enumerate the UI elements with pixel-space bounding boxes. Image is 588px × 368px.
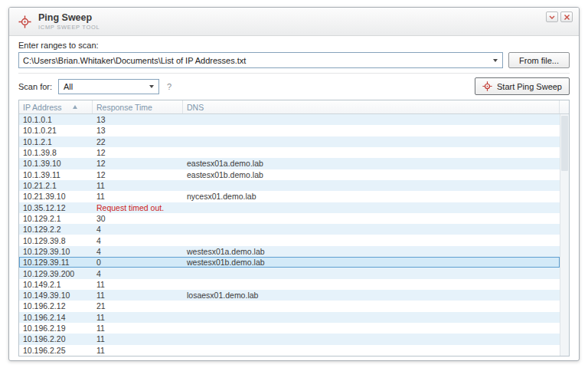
- close-button[interactable]: [560, 12, 573, 22]
- window-controls: [546, 12, 573, 22]
- cell-ip: 10.1.39.11: [19, 170, 93, 179]
- cell-rt: 11: [93, 324, 183, 333]
- cell-ip: 10.35.12.12: [19, 203, 93, 212]
- cell-rt: 11: [93, 291, 183, 300]
- cell-ip: 10.149.2.1: [19, 280, 93, 289]
- table-header: IP Address Response Time DNS: [19, 100, 569, 114]
- column-header-dns[interactable]: DNS: [183, 100, 560, 113]
- cell-rt: 12: [93, 148, 183, 157]
- results-table: IP Address Response Time DNS 10.1.0.1131…: [18, 100, 570, 356]
- cell-ip: 10.196.2.19: [19, 324, 93, 333]
- table-row[interactable]: 10.196.2.1221: [19, 301, 560, 311]
- table-row[interactable]: 10.21.39.1011nycesx01.demo.lab: [19, 191, 560, 202]
- ping-target-icon: [482, 81, 492, 91]
- cell-ip: 10.1.39.10: [19, 159, 93, 168]
- start-ping-sweep-button[interactable]: Start Ping Sweep: [475, 77, 570, 95]
- ranges-row: From file...: [18, 52, 570, 68]
- cell-rt: 13: [93, 126, 183, 135]
- cell-rt: 11: [93, 334, 183, 343]
- cell-ip: 10.129.2.2: [19, 225, 93, 234]
- cell-ip: 10.129.39.200: [19, 269, 93, 278]
- table-row[interactable]: 10.129.39.110westesx01b.demo.lab: [19, 257, 560, 268]
- cell-ip: 10.196.2.14: [19, 313, 93, 322]
- table-row[interactable]: 10.196.2.2011: [19, 334, 560, 344]
- chevron-down-icon[interactable]: [493, 59, 498, 62]
- table-row[interactable]: 10.1.0.2113: [19, 125, 560, 136]
- cell-dns: nycesx01.demo.lab: [183, 192, 560, 201]
- cell-rt: 11: [93, 313, 183, 322]
- cell-ip: 10.129.2.1: [19, 214, 93, 223]
- cell-rt: 11: [93, 280, 183, 289]
- table-row[interactable]: 10.1.2.122: [19, 136, 560, 147]
- ranges-combobox[interactable]: [18, 52, 503, 68]
- ping-target-icon: [18, 15, 31, 28]
- table-row[interactable]: 10.129.39.2004: [19, 268, 560, 278]
- table-row[interactable]: 10.149.2.111: [19, 279, 560, 290]
- table-row[interactable]: 10.196.2.1411: [19, 312, 560, 323]
- table-row[interactable]: 10.35.12.12Request timed out.: [19, 202, 560, 213]
- from-file-button[interactable]: From file...: [508, 52, 570, 68]
- table-row[interactable]: 10.1.39.1012eastesx01a.demo.lab: [19, 158, 560, 169]
- scrollbar-thumb[interactable]: [561, 116, 568, 171]
- table-row[interactable]: 10.1.39.1112eastesx01b.demo.lab: [19, 169, 560, 180]
- ping-sweep-window: Ping Sweep ICMP SWEEP TOOL Enter ranges …: [8, 7, 580, 361]
- cell-ip: 10.196.2.12: [19, 301, 93, 310]
- cell-rt: 12: [93, 159, 183, 168]
- cell-dns: losaesx01.demo.lab: [183, 291, 560, 300]
- table-row[interactable]: 10.1.39.812: [19, 147, 560, 158]
- table-row[interactable]: 10.1.0.113: [19, 114, 560, 125]
- column-header-ip-address[interactable]: IP Address: [19, 100, 93, 113]
- table-row[interactable]: 10.129.2.130: [19, 213, 560, 224]
- cell-ip: 10.21.2.1: [19, 181, 93, 190]
- cell-rt: 11: [93, 346, 183, 355]
- table-row[interactable]: 10.129.39.84: [19, 235, 560, 245]
- cell-rt: 11: [93, 192, 183, 201]
- cell-ip: 10.21.39.10: [19, 192, 93, 201]
- window-subtitle: ICMP SWEEP TOOL: [38, 24, 546, 31]
- cell-ip: 10.1.39.8: [19, 148, 93, 157]
- cell-ip: 10.129.39.10: [19, 247, 93, 256]
- scan-row: Scan for: All ? Start Ping Sweep: [18, 77, 570, 95]
- ranges-label: Enter ranges to scan:: [18, 41, 570, 50]
- help-icon[interactable]: ?: [167, 82, 172, 91]
- cell-ip: 10.149.39.10: [19, 291, 93, 300]
- cell-dns: westesx01a.demo.lab: [183, 247, 560, 256]
- scan-for-label: Scan for:: [18, 82, 52, 91]
- vertical-scrollbar[interactable]: [560, 114, 569, 356]
- chevron-down-icon: [548, 14, 556, 21]
- column-label: IP Address: [23, 103, 62, 112]
- cell-ip: 10.1.0.21: [19, 126, 93, 135]
- title-bar: Ping Sweep ICMP SWEEP TOOL: [9, 8, 579, 36]
- table-row[interactable]: 10.21.2.111: [19, 180, 560, 191]
- cell-ip: 10.196.2.20: [19, 334, 93, 343]
- cell-ip: 10.196.2.25: [19, 346, 93, 355]
- cell-ip: 10.129.39.8: [19, 236, 93, 245]
- table-row[interactable]: 10.129.2.24: [19, 224, 560, 235]
- divider: [18, 73, 570, 74]
- cell-rt: 4: [93, 225, 183, 234]
- cell-rt: 30: [93, 214, 183, 223]
- table-row[interactable]: 10.129.39.104westesx01a.demo.lab: [19, 246, 560, 257]
- column-header-response-time[interactable]: Response Time: [93, 100, 183, 113]
- table-body-wrap: 10.1.0.11310.1.0.211310.1.2.12210.1.39.8…: [19, 114, 569, 356]
- cell-rt: 22: [93, 137, 183, 146]
- table-row[interactable]: 10.149.39.1011losaesx01.demo.lab: [19, 290, 560, 301]
- table-row[interactable]: 10.196.2.1911: [19, 323, 560, 334]
- column-label: Response Time: [96, 103, 152, 112]
- cell-dns: eastesx01a.demo.lab: [183, 159, 560, 168]
- cell-rt: 0: [93, 258, 183, 267]
- content-area: Enter ranges to scan: From file... Scan …: [9, 36, 579, 360]
- table-row[interactable]: 10.196.2.2511: [19, 345, 560, 356]
- cell-rt: 4: [93, 269, 183, 278]
- chevron-down-icon: [149, 85, 154, 88]
- cell-ip: 10.1.2.1: [19, 137, 93, 146]
- cell-rt: Request timed out.: [93, 203, 183, 212]
- ranges-input[interactable]: [19, 56, 493, 65]
- scan-for-select[interactable]: All: [58, 79, 159, 94]
- minimize-button[interactable]: [546, 12, 558, 22]
- scrollbar-header-spacer: [560, 100, 569, 113]
- cell-rt: 11: [93, 181, 183, 190]
- start-button-label: Start Ping Sweep: [497, 82, 562, 91]
- column-label: DNS: [187, 103, 204, 112]
- cell-dns: eastesx01b.demo.lab: [183, 170, 560, 179]
